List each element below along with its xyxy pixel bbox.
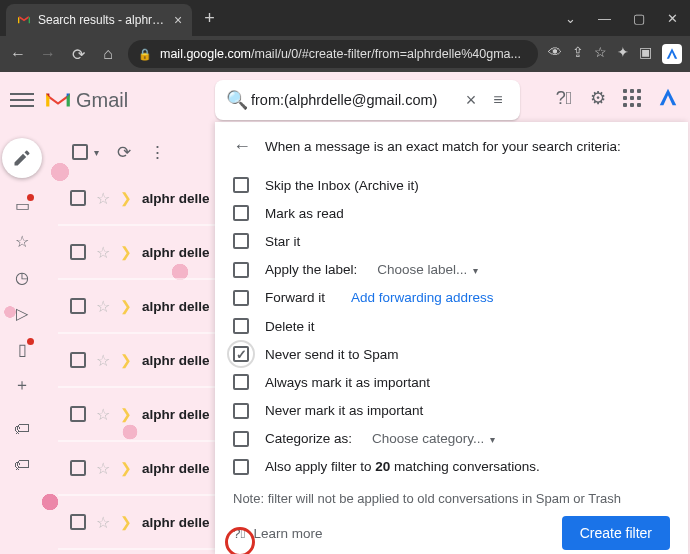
address-bar[interactable]: 🔒 mail.google.com/mail/u/0/#create-filte… [128, 40, 538, 68]
drafts-icon[interactable]: ▯ [13, 340, 31, 358]
row-checkbox[interactable] [70, 190, 86, 206]
alphr-logo-icon[interactable] [654, 84, 682, 112]
row-importance-icon[interactable]: ❯ [120, 406, 132, 422]
checkbox[interactable] [233, 290, 249, 306]
filter-option-star[interactable]: Star it [233, 227, 670, 255]
checkbox[interactable] [233, 459, 249, 475]
row-checkbox[interactable] [70, 406, 86, 422]
add-forwarding-link[interactable]: Add forwarding address [351, 290, 494, 305]
add-label-icon[interactable]: ＋ [13, 376, 31, 394]
nav-back-icon[interactable]: ← [8, 45, 28, 63]
filter-option-always-important[interactable]: Always mark it as important [233, 368, 670, 396]
window-maximize-icon[interactable]: ▢ [633, 11, 645, 26]
more-menu-icon[interactable]: ⋮ [149, 142, 166, 163]
search-box[interactable]: 🔍 from:(alphrdelle@gmail.com) × ≡ [215, 80, 520, 120]
main-menu-icon[interactable] [10, 88, 34, 112]
gmail-logo[interactable]: Gmail [44, 89, 128, 112]
filter-option-mark-read[interactable]: Mark as read [233, 199, 670, 227]
message-row[interactable]: ☆❯alphr delle [58, 388, 216, 442]
checkbox[interactable] [233, 374, 249, 390]
filter-option-apply-existing[interactable]: Also apply filter to 20 matching convers… [233, 453, 670, 481]
tab-close-icon[interactable]: × [174, 12, 182, 28]
sent-icon[interactable]: ▷ [13, 304, 31, 322]
panel-heading: When a message is an exact match for you… [265, 139, 621, 154]
help-icon[interactable]: ?⃝ [552, 86, 576, 110]
message-row[interactable]: ☆❯alphr delle [58, 280, 216, 334]
search-icon[interactable]: 🔍 [223, 89, 251, 111]
message-toolbar: ▾ ⟳ ⋮ [58, 132, 213, 172]
search-options-icon[interactable]: ≡ [484, 91, 512, 109]
checkbox[interactable] [233, 233, 249, 249]
row-star-icon[interactable]: ☆ [96, 513, 110, 532]
row-importance-icon[interactable]: ❯ [120, 298, 132, 314]
compose-button[interactable] [2, 138, 42, 178]
message-row[interactable]: ☆❯alphr delle [58, 550, 216, 554]
filter-option-never-important[interactable]: Never mark it as important [233, 397, 670, 425]
settings-gear-icon[interactable]: ⚙ [586, 86, 610, 110]
filter-option-never-spam[interactable]: Never send it to Spam [233, 340, 670, 368]
new-tab-button[interactable]: + [204, 8, 215, 29]
browser-tab[interactable]: Search results - alphr101@gmail × [6, 4, 192, 36]
label-dropdown[interactable]: Choose label...▾ [377, 262, 478, 277]
row-checkbox[interactable] [70, 244, 86, 260]
create-filter-button[interactable]: Create filter [562, 516, 670, 550]
label-1-icon[interactable]: 🏷 [13, 420, 31, 438]
row-star-icon[interactable]: ☆ [96, 405, 110, 424]
checkbox[interactable] [233, 177, 249, 193]
apps-grid-icon[interactable] [620, 86, 644, 110]
filter-option-skip-inbox[interactable]: Skip the Inbox (Archive it) [233, 171, 670, 199]
snoozed-icon[interactable]: ◷ [13, 268, 31, 286]
filter-option-categorize[interactable]: Categorize as:Choose category...▾ [233, 425, 670, 453]
printer-icon[interactable]: ▣ [639, 44, 652, 64]
window-close-icon[interactable]: ✕ [667, 11, 678, 26]
filter-option-apply-label[interactable]: Apply the label:Choose label...▾ [233, 256, 670, 284]
row-star-icon[interactable]: ☆ [96, 243, 110, 262]
puzzle-icon[interactable]: ✦ [617, 44, 629, 64]
row-star-icon[interactable]: ☆ [96, 351, 110, 370]
row-star-icon[interactable]: ☆ [96, 189, 110, 208]
message-row[interactable]: ☆❯alphr delle [58, 442, 216, 496]
clear-search-icon[interactable]: × [458, 90, 484, 111]
row-sender: alphr delle [142, 515, 210, 530]
row-checkbox[interactable] [70, 298, 86, 314]
inbox-icon[interactable]: ▭ [13, 196, 31, 214]
category-dropdown[interactable]: Choose category...▾ [372, 431, 495, 446]
message-row[interactable]: ☆❯alphr delle [58, 226, 216, 280]
checkbox[interactable] [233, 205, 249, 221]
eye-icon[interactable]: 👁 [548, 44, 562, 64]
message-row[interactable]: ☆❯alphr delle [58, 172, 216, 226]
row-checkbox[interactable] [70, 352, 86, 368]
row-importance-icon[interactable]: ❯ [120, 460, 132, 476]
message-row[interactable]: ☆❯alphr delle [58, 334, 216, 388]
share-icon[interactable]: ⇪ [572, 44, 584, 64]
label-2-icon[interactable]: 🏷 [13, 456, 31, 474]
checkbox[interactable] [233, 262, 249, 278]
starred-icon[interactable]: ☆ [13, 232, 31, 250]
row-checkbox[interactable] [70, 460, 86, 476]
refresh-icon[interactable]: ⟳ [117, 142, 131, 163]
window-minimize-icon[interactable]: — [598, 11, 611, 26]
row-importance-icon[interactable]: ❯ [120, 514, 132, 530]
filter-option-delete[interactable]: Delete it [233, 312, 670, 340]
row-star-icon[interactable]: ☆ [96, 297, 110, 316]
filter-option-forward[interactable]: Forward itAdd forwarding address [233, 284, 670, 312]
checkbox[interactable] [233, 318, 249, 334]
row-star-icon[interactable]: ☆ [96, 459, 110, 478]
checkbox[interactable] [233, 346, 249, 362]
window-dropdown-icon[interactable]: ⌄ [565, 11, 576, 26]
row-importance-icon[interactable]: ❯ [120, 190, 132, 206]
nav-reload-icon[interactable]: ⟳ [68, 45, 88, 64]
row-checkbox[interactable] [70, 514, 86, 530]
checkbox[interactable] [233, 431, 249, 447]
alphr-extension-icon[interactable] [662, 44, 682, 64]
message-row[interactable]: ☆❯alphr delle [58, 496, 216, 550]
select-dropdown-icon[interactable]: ▾ [94, 147, 99, 158]
select-all-checkbox[interactable] [72, 144, 88, 160]
learn-more-link[interactable]: ?⃝Learn more [233, 526, 323, 541]
row-importance-icon[interactable]: ❯ [120, 244, 132, 260]
panel-back-icon[interactable]: ← [233, 136, 251, 157]
checkbox[interactable] [233, 403, 249, 419]
row-importance-icon[interactable]: ❯ [120, 352, 132, 368]
star-icon[interactable]: ☆ [594, 44, 607, 64]
nav-home-icon[interactable]: ⌂ [98, 45, 118, 63]
